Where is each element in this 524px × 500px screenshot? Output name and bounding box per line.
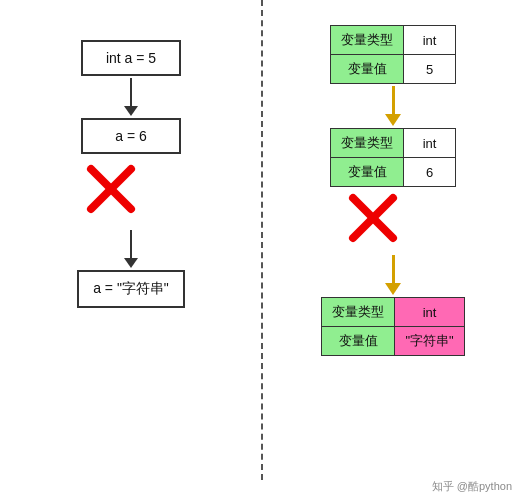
type-value-3: int (395, 298, 464, 327)
yellow-line-2 (392, 255, 395, 283)
code-label-1: int a = 5 (106, 50, 156, 66)
table-row: 变量类型 int (331, 26, 456, 55)
arrow-head-1 (124, 106, 138, 116)
val-label-2: 变量值 (331, 158, 404, 187)
type-label-1: 变量类型 (331, 26, 404, 55)
left-panel: int a = 5 a = 6 a = "字符串" (0, 0, 262, 480)
yellow-head-1 (385, 114, 401, 126)
table-row: 变量值 "字符串" (322, 327, 464, 356)
arrow-line-1 (130, 78, 132, 106)
val-label-3: 变量值 (322, 327, 395, 356)
table-row: 变量类型 int (331, 129, 456, 158)
x-mark-left (86, 164, 136, 218)
val-label-1: 变量值 (331, 55, 404, 84)
flow-box-3: a = "字符串" (77, 270, 185, 308)
right-panel: 变量类型 int 变量值 5 变量类型 int 变量值 6 (262, 0, 524, 480)
yellow-head-2 (385, 283, 401, 295)
table-row: 变量值 6 (331, 158, 456, 187)
flow-box-1: int a = 5 (81, 40, 181, 76)
val-value-3: "字符串" (395, 327, 464, 356)
arrow-line-2 (130, 230, 132, 258)
footer: 知乎 @酷python (432, 479, 512, 494)
val-value-2: 6 (404, 158, 456, 187)
x-icon-right (348, 193, 398, 243)
yellow-arrow-1 (385, 86, 401, 126)
arrow-2 (124, 230, 138, 268)
main-container: int a = 5 a = 6 a = "字符串" (0, 0, 524, 480)
table-row: 变量值 5 (331, 55, 456, 84)
memory-table-1: 变量类型 int 变量值 5 (330, 25, 456, 84)
type-value-1: int (404, 26, 456, 55)
type-label-3: 变量类型 (322, 298, 395, 327)
memory-table-3: 变量类型 int 变量值 "字符串" (321, 297, 464, 356)
table-row: 变量类型 int (322, 298, 464, 327)
val-value-1: 5 (404, 55, 456, 84)
memory-table-2: 变量类型 int 变量值 6 (330, 128, 456, 187)
code-label-2: a = 6 (115, 128, 147, 144)
yellow-arrow-2 (385, 255, 401, 295)
x-icon-left (86, 164, 136, 214)
yellow-line-1 (392, 86, 395, 114)
code-label-3: a = "字符串" (93, 280, 169, 296)
footer-text: 知乎 @酷python (432, 480, 512, 492)
arrow-head-2 (124, 258, 138, 268)
arrow-1 (124, 78, 138, 116)
flow-box-2: a = 6 (81, 118, 181, 154)
x-mark-right (348, 193, 398, 247)
type-label-2: 变量类型 (331, 129, 404, 158)
type-value-2: int (404, 129, 456, 158)
